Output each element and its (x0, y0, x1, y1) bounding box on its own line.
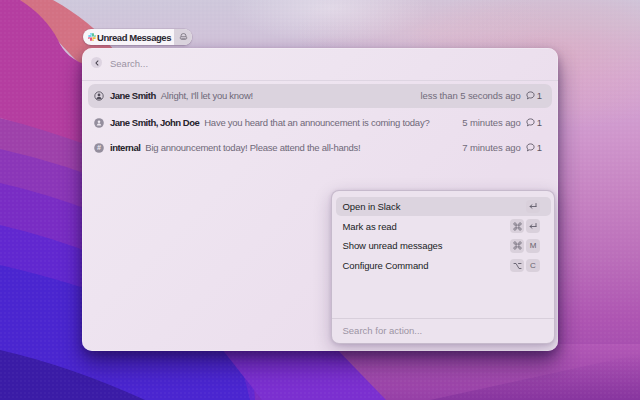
svg-text:#: # (97, 143, 101, 152)
